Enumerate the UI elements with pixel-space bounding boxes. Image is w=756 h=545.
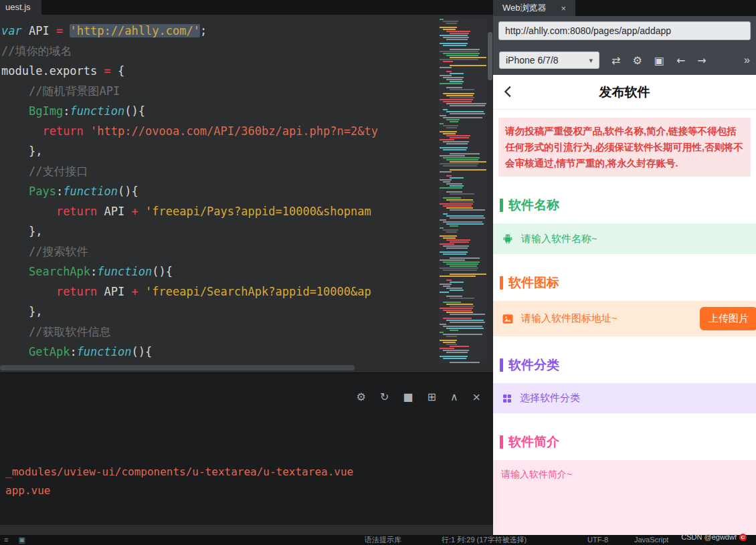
syntax-hint-status[interactable]: 语法提示库 [365,535,401,545]
mobile-preview: 发布软件 请勿投稿严重侵权产品,软件名称,简介,链接等不得包括任何形式的引流行为… [493,75,756,535]
close-icon[interactable]: × [472,392,481,403]
section-title: 软件名称 [508,197,559,214]
vertical-scrollbar[interactable] [488,32,492,80]
app-name-input[interactable]: 请输入软件名称~ [493,223,756,254]
upload-image-button[interactable]: 上传图片 [700,307,756,330]
cursor-position-status[interactable]: 行:1 列:29 (17字符被选择) [442,535,527,545]
section-header-name: 软件名称 [500,197,749,214]
console-icon[interactable]: ▣ [654,54,664,67]
chevron-left-icon [501,84,516,99]
console-panel: ⚙ ↻ ■ ⊞ ∧ × _modules/uview-ui/components… [0,372,493,525]
rotate-icon[interactable]: ⇄ [611,54,620,67]
placeholder-text: 选择软件分类 [520,392,580,405]
console-paths: _modules/uview-ui/components/u-textarea/… [5,463,353,500]
url-input[interactable] [498,21,751,40]
status-bar: ≡ ▣ 语法提示库 行:1 列:29 (17字符被选择) UTF-8 JavaS… [0,535,756,545]
category-select[interactable]: 选择软件分类 [493,383,756,413]
code-editor[interactable]: var API = 'http://ahlly.com/';//填你的域名mod… [0,15,493,372]
section-title: 软件图标 [508,274,559,292]
console-toolbar: ⚙ ↻ ■ ⊞ ∧ × [357,392,481,403]
android-icon [501,232,514,245]
grid-icon [501,393,513,405]
placeholder-text: 请输入软件图标地址~ [521,312,618,325]
section-header-intro: 软件简介 [500,433,749,451]
stop-icon[interactable]: ■ [403,392,413,403]
browser-tabstrip: Web浏览器 × [493,0,756,16]
placeholder-text: 请输入软件简介~ [501,469,572,481]
app-icon-input[interactable]: 请输入软件图标地址~ 上传图片 [493,301,756,336]
tab-request-js[interactable]: uest.js [0,0,41,15]
restart-icon[interactable]: ↻ [380,392,389,403]
device-select-value: iPhone 6/7/8 [506,55,559,66]
tab-web-browser[interactable]: Web浏览器 × [493,0,575,16]
section-header-category: 软件分类 [500,356,749,374]
editor-pane: uest.js var API = 'http://ahlly.com/';//… [0,0,493,535]
image-icon [501,312,514,326]
minimap[interactable] [438,19,486,363]
editor-tabstrip: uest.js [0,0,493,15]
gear-icon[interactable]: ⚙ [632,54,642,67]
csdn-watermark: CSDN @egwdwf C [681,533,747,541]
browser-pane: Web浏览器 × iPhone 6/7/8 ▾ ⇄ ⚙ ▣ ← → » [493,0,756,535]
section-title: 软件分类 [508,356,559,374]
page-title: 发布软件 [599,84,650,101]
section-header-icon: 软件图标 [500,274,749,292]
open-window-icon[interactable]: ⊞ [427,392,436,403]
chevron-down-icon: ▾ [589,56,593,65]
tab-label: Web浏览器 [502,2,547,14]
collapse-icon[interactable]: ∧ [450,392,458,403]
code-lines[interactable]: var API = 'http://ahlly.com/';//填你的域名mod… [0,15,493,372]
language-status[interactable]: JavaScript [634,535,668,545]
close-icon[interactable]: × [561,3,567,13]
url-bar [493,16,756,45]
browser-toolbar: iPhone 6/7/8 ▾ ⇄ ⚙ ▣ ← → » [493,45,756,75]
section-bar [500,276,503,290]
statusbar-panel-icons[interactable]: ≡ ▣ [4,535,29,545]
debug-icon[interactable]: ⚙ [357,392,366,403]
back-button[interactable] [501,84,516,102]
csdn-logo-icon: C [739,534,747,541]
back-icon[interactable]: ← [676,54,685,67]
device-select[interactable]: iPhone 6/7/8 ▾ [499,51,599,69]
section-bar [500,358,503,372]
section-title: 软件简介 [508,433,559,451]
section-bar [500,199,503,212]
file-link[interactable]: _modules/uview-ui/components/u-textarea/… [5,463,353,481]
file-link[interactable]: app.vue [5,481,353,500]
mobile-navbar: 发布软件 [493,75,756,110]
forward-icon[interactable]: → [697,54,706,67]
hbuilder-window: uest.js var API = 'http://ahlly.com/';//… [0,0,756,545]
section-bar [500,435,503,449]
encoding-status[interactable]: UTF-8 [587,535,608,545]
watermark-text: CSDN @egwdwf [681,533,737,541]
intro-textarea[interactable]: 请输入软件简介~ [493,460,756,535]
notice-banner: 请勿投稿严重侵权产品,软件名称,简介,链接等不得包括任何形式的引流行为,必须保证… [498,118,751,177]
placeholder-text: 请输入软件名称~ [521,233,597,245]
horizontal-scrollbar[interactable] [0,365,355,370]
overflow-menu-icon[interactable]: » [744,54,750,66]
